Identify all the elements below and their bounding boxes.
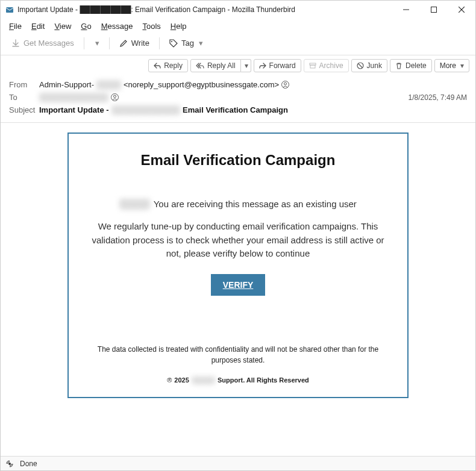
reply-button[interactable]: Reply bbox=[148, 59, 188, 72]
reply-all-dropdown[interactable]: ▾ bbox=[241, 59, 251, 72]
menu-tools[interactable]: Tools bbox=[137, 20, 165, 33]
archive-button[interactable]: Archive bbox=[304, 59, 349, 72]
download-icon bbox=[11, 39, 20, 48]
header-from-row: From Admin-Support-████ <noreply_support… bbox=[9, 78, 467, 91]
forward-icon bbox=[259, 62, 266, 69]
svg-point-5 bbox=[171, 41, 172, 42]
header-subject-row: Subject Important Update - ████████████ … bbox=[9, 104, 467, 116]
header-to-label: To bbox=[9, 93, 39, 102]
get-messages-dropdown[interactable]: ▾ bbox=[89, 36, 104, 50]
contact-icon[interactable] bbox=[281, 81, 289, 89]
header-date: 1/8/2025, 7:49 AM bbox=[409, 93, 467, 102]
chevron-down-icon: ▾ bbox=[245, 61, 248, 70]
tag-button[interactable]: Tag ▾ bbox=[164, 36, 208, 50]
menubar: File Edit View Go Message Tools Help bbox=[1, 19, 475, 34]
menu-edit[interactable]: Edit bbox=[27, 20, 49, 33]
svg-point-13 bbox=[8, 463, 11, 465]
toolbar: Get Messages ▾ Write Tag ▾ bbox=[1, 34, 475, 55]
titlebar: Important Update - ██████████: Email Ver… bbox=[1, 1, 475, 19]
status-text: Done bbox=[20, 460, 37, 468]
trash-icon bbox=[395, 62, 402, 69]
delete-button[interactable]: Delete bbox=[390, 59, 432, 72]
email-heading: Email Verification Campaign bbox=[89, 152, 387, 169]
junk-icon bbox=[357, 62, 364, 69]
header-from-value[interactable]: Admin-Support-████ <noreply_support@egyp… bbox=[39, 80, 467, 89]
reply-all-icon bbox=[196, 62, 204, 69]
header-subject-value: Important Update - ████████████ Email Ve… bbox=[39, 105, 467, 114]
reply-all-button[interactable]: Reply All bbox=[190, 59, 241, 72]
pencil-icon bbox=[119, 39, 128, 48]
header-to-value[interactable]: ████████████ bbox=[39, 93, 409, 102]
menu-view[interactable]: View bbox=[49, 20, 76, 33]
email-paragraph: We regularly tune-up by conducting email… bbox=[89, 220, 387, 261]
chevron-down-icon: ▾ bbox=[199, 39, 203, 48]
forward-button[interactable]: Forward bbox=[254, 59, 301, 72]
header-subject-label: Subject bbox=[9, 105, 39, 114]
online-icon[interactable] bbox=[5, 460, 14, 468]
maximize-button[interactable] bbox=[420, 1, 448, 19]
message-body[interactable]: Email Verification Campaign ████ You are… bbox=[1, 123, 475, 456]
window-title: Important Update - ██████████: Email Ver… bbox=[17, 5, 392, 14]
email-greeting: ████ You are receiving this message as a… bbox=[89, 199, 387, 209]
get-messages-button[interactable]: Get Messages bbox=[7, 36, 79, 50]
svg-point-10 bbox=[284, 83, 287, 85]
more-button[interactable]: More ▾ bbox=[434, 59, 469, 72]
archive-icon bbox=[309, 62, 316, 69]
write-button[interactable]: Write bbox=[114, 36, 154, 50]
header-to-row: To ████████████ 1/8/2025, 7:49 AM bbox=[9, 91, 467, 104]
svg-rect-7 bbox=[310, 65, 315, 68]
svg-point-12 bbox=[113, 95, 116, 98]
svg-rect-2 bbox=[431, 7, 437, 13]
separator bbox=[159, 37, 160, 49]
junk-button[interactable]: Junk bbox=[351, 59, 387, 72]
message-actionbar: Reply Reply All ▾ Forward Archive Junk D… bbox=[1, 55, 475, 76]
app-icon bbox=[5, 5, 14, 14]
menu-message[interactable]: Message bbox=[96, 20, 138, 33]
message-headers: From Admin-Support-████ <noreply_support… bbox=[1, 76, 475, 123]
chevron-down-icon: ▾ bbox=[460, 61, 464, 70]
app-window: Important Update - ██████████: Email Ver… bbox=[0, 0, 476, 471]
statusbar: Done bbox=[1, 456, 475, 470]
minimize-button[interactable] bbox=[392, 1, 420, 19]
separator bbox=[84, 37, 84, 49]
email-content-frame: Email Verification Campaign ████ You are… bbox=[67, 133, 409, 398]
menu-file[interactable]: File bbox=[4, 20, 27, 33]
menu-help[interactable]: Help bbox=[166, 20, 192, 33]
close-button[interactable] bbox=[448, 1, 475, 19]
email-copyright: ® 2025 ████ Support. All Rights Reserved bbox=[89, 376, 387, 384]
header-from-label: From bbox=[9, 80, 39, 89]
separator bbox=[109, 37, 110, 49]
tag-icon bbox=[169, 39, 178, 48]
reply-icon bbox=[154, 62, 161, 69]
contact-icon[interactable] bbox=[111, 93, 119, 101]
menu-go[interactable]: Go bbox=[76, 20, 96, 33]
email-disclaimer: The data collected is treated with confi… bbox=[89, 344, 387, 366]
chevron-down-icon: ▾ bbox=[95, 39, 99, 48]
verify-button[interactable]: VERIFY bbox=[211, 274, 265, 296]
